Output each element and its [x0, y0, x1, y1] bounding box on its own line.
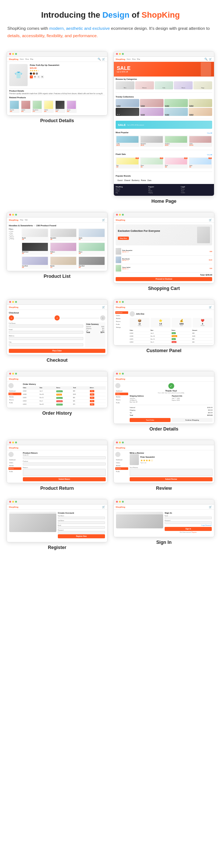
- pl-item-6[interactable]: Fleece$48: [78, 242, 105, 255]
- sc-shop-btn[interactable]: Shop Now: [118, 237, 129, 240]
- cat-women[interactable]: Women: [135, 81, 154, 89]
- size-l[interactable]: L: [37, 75, 40, 78]
- pr-submit-button[interactable]: Submit Return: [23, 477, 106, 481]
- pl-item-9[interactable]: Gray Hood$40: [78, 256, 105, 269]
- oh-view-btn-1[interactable]: View: [90, 390, 94, 392]
- trend-2[interactable]: $42.00: [140, 99, 164, 107]
- od-sidebar-dashboard[interactable]: Dashboard: [115, 390, 128, 392]
- brand-zara[interactable]: Zara: [147, 179, 151, 181]
- oh-view-btn-5[interactable]: View: [90, 403, 94, 405]
- flash-4[interactable]: -25%Jeans$52: [189, 157, 212, 169]
- rv-sidebar-orders[interactable]: Orders: [115, 461, 128, 464]
- oh-view-btn-4[interactable]: View: [90, 400, 94, 402]
- rv-sidebar-profile[interactable]: Profile: [115, 470, 128, 473]
- brand-gucci[interactable]: Gucci: [117, 179, 123, 181]
- trend-7[interactable]: $48.00: [164, 108, 188, 116]
- od-track-btn[interactable]: Track Order: [130, 418, 171, 422]
- si-input-email[interactable]: [165, 517, 212, 519]
- oh-sidebar-returns[interactable]: Returns: [8, 398, 21, 401]
- pr-sidebar-dashboard[interactable]: Dashboard: [8, 458, 21, 461]
- related-item-4[interactable]: T-Shirt $25: [43, 100, 54, 113]
- oh-sidebar-wishlist[interactable]: Wishlist: [8, 396, 21, 398]
- sidebar-returns[interactable]: Returns: [115, 320, 128, 323]
- pl-item-5[interactable]: Pullover$42: [50, 242, 77, 255]
- rv-sidebar-wishlist[interactable]: Wishlist: [115, 464, 128, 467]
- pr-input-order[interactable]: [23, 456, 106, 459]
- sidebar-profile[interactable]: Profile: [115, 323, 128, 326]
- pop-1[interactable]: T-Shirt$25.00: [116, 135, 139, 147]
- cat-kids[interactable]: Kids: [155, 81, 173, 89]
- oh-sidebar-dashboard[interactable]: Dashboard: [8, 390, 21, 392]
- cat-bags[interactable]: Bags: [193, 81, 212, 89]
- related-item-3[interactable]: Sneakers $75: [32, 100, 42, 113]
- trend-5[interactable]: $65.00: [116, 108, 139, 116]
- rv-review-input[interactable]: [130, 469, 213, 476]
- pop-2[interactable]: Sweatshirt$45.00: [140, 135, 164, 147]
- pr-sidebar-orders[interactable]: Orders: [8, 461, 21, 464]
- cat-shoes[interactable]: Shoes: [174, 81, 193, 89]
- sidebar-wishlist[interactable]: Wishlist: [115, 317, 128, 320]
- pr-input-reason[interactable]: [23, 469, 106, 476]
- oh-sidebar-orders[interactable]: Orders: [8, 393, 21, 395]
- co-input-name[interactable]: [9, 325, 83, 327]
- brand-puma[interactable]: Puma: [141, 179, 146, 181]
- co-input-email[interactable]: [9, 331, 83, 334]
- size-xl[interactable]: XL: [41, 75, 44, 78]
- pr-input-product[interactable]: [23, 463, 106, 465]
- color-dot-brown[interactable]: [33, 72, 35, 75]
- rg-input-firstname[interactable]: [58, 517, 105, 519]
- co-submit-button[interactable]: Place Order: [9, 349, 105, 353]
- rv-submit-button[interactable]: Submit Review: [130, 477, 213, 481]
- related-item-6[interactable]: Dress $60: [66, 100, 77, 113]
- od-sidebar-profile[interactable]: Profile: [115, 401, 128, 404]
- rv-stars[interactable]: ★★★★☆: [140, 459, 155, 462]
- od-continue-btn[interactable]: Continue Shopping: [172, 418, 213, 422]
- brand-chanel[interactable]: Chanel: [124, 179, 130, 181]
- si-forgot-link[interactable]: Forgot Password?: [165, 525, 212, 526]
- trend-6[interactable]: $38.00: [140, 108, 164, 116]
- brand-burberry[interactable]: Burberry: [132, 179, 140, 181]
- co-input-address[interactable]: [9, 337, 83, 340]
- flash-3[interactable]: -40%Dress$48: [164, 157, 188, 169]
- pop-3[interactable]: Sneakers$85.00: [164, 135, 188, 147]
- color-dot-black[interactable]: [30, 72, 32, 75]
- size-m[interactable]: M: [34, 75, 36, 78]
- rg-input-lastname[interactable]: [58, 521, 105, 524]
- si-register-anchor[interactable]: Register: [192, 532, 197, 533]
- pl-item-4[interactable]: Black Hood$65: [21, 242, 49, 255]
- oh-view-btn-3[interactable]: View: [90, 397, 94, 399]
- od-sidebar-orders[interactable]: Orders: [115, 393, 128, 395]
- co-input-city[interactable]: [9, 343, 83, 346]
- trend-4[interactable]: $55.00: [189, 99, 212, 107]
- trend-8[interactable]: $72.00: [189, 108, 212, 116]
- od-sidebar-wishlist[interactable]: Wishlist: [115, 396, 128, 398]
- pl-item-2[interactable]: Sweatshirt$45: [50, 228, 77, 241]
- sidebar-settings[interactable]: Settings: [115, 326, 128, 329]
- related-item-1[interactable]: Hoodie $35: [9, 100, 20, 113]
- od-sidebar-returns[interactable]: Returns: [115, 398, 128, 401]
- pl-item-8[interactable]: Bomber$72: [50, 256, 77, 269]
- cat-men[interactable]: Men: [116, 81, 134, 89]
- related-item-5[interactable]: Pants $40: [55, 100, 65, 113]
- oh-sidebar-profile[interactable]: Profile: [8, 401, 21, 404]
- rv-sidebar-reviews[interactable]: Reviews: [115, 467, 128, 470]
- hp-view-all-popular[interactable]: View All: [207, 132, 212, 134]
- pl-item-7[interactable]: Crew Neck$36: [21, 256, 49, 269]
- hp-view-all-flash[interactable]: View All: [207, 154, 212, 156]
- pl-item-1[interactable]: Hoodie$38: [21, 228, 49, 241]
- si-input-password[interactable]: [165, 521, 212, 524]
- si-signin-button[interactable]: Sign In: [165, 527, 212, 531]
- sidebar-orders[interactable]: Orders: [115, 314, 128, 317]
- pr-sidebar-profile[interactable]: Profile: [8, 470, 21, 473]
- pop-4[interactable]: Jacket$120.00: [189, 135, 212, 147]
- rv-sidebar-dashboard[interactable]: Dashboard: [115, 458, 128, 461]
- rg-input-password[interactable]: [58, 531, 105, 534]
- color-dot-gray[interactable]: [36, 72, 38, 75]
- size-s[interactable]: S: [30, 75, 33, 78]
- trend-3[interactable]: $28.00: [164, 99, 188, 107]
- pr-sidebar-wishlist[interactable]: Wishlist: [8, 464, 21, 467]
- flash-2[interactable]: -20%Shoes$65: [140, 157, 164, 169]
- flash-1[interactable]: -30%Bag$35: [116, 157, 139, 169]
- pr-sidebar-returns[interactable]: Returns: [8, 467, 21, 470]
- trend-1[interactable]: $35.00: [116, 99, 139, 107]
